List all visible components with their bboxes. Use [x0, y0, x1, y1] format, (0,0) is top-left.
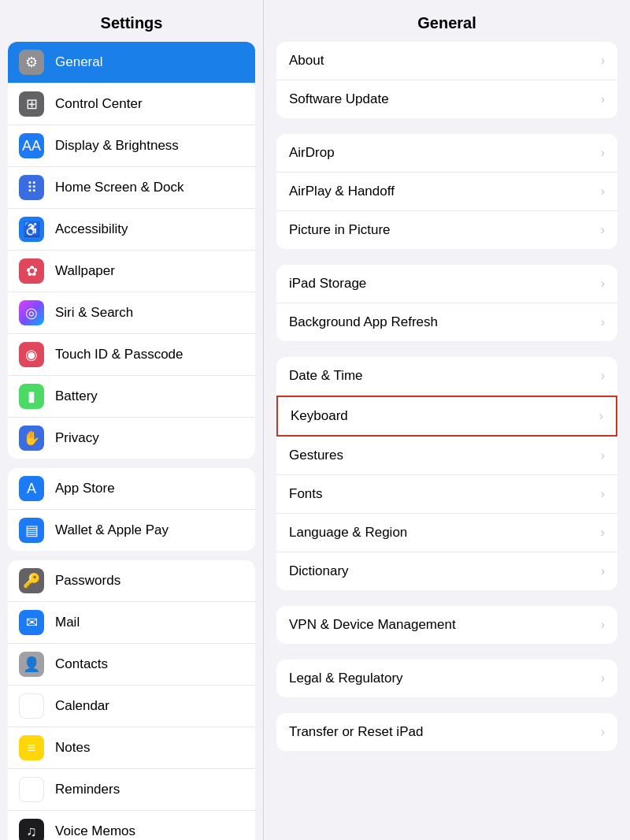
sidebar-item-passwords[interactable]: 🔑Passwords	[8, 560, 255, 602]
sidebar-item-label-battery: Battery	[55, 388, 98, 404]
sidebar-item-voicememos[interactable]: ♫Voice Memos	[8, 811, 255, 840]
chevron-icon-date-time: ›	[601, 369, 605, 383]
row-label-language-region: Language & Region	[289, 525, 407, 541]
sidebar-group-0: ⚙General⊞Control CenterAADisplay & Brigh…	[8, 42, 255, 459]
chevron-icon-airdrop: ›	[601, 146, 605, 160]
sidebar-item-label-wallpaper: Wallpaper	[55, 263, 115, 279]
sidebar-item-reminders[interactable]: ○Reminders	[8, 769, 255, 811]
sidebar-item-label-reminders: Reminders	[55, 782, 120, 797]
sidebar-item-label-wallet: Wallet & Apple Pay	[55, 522, 169, 538]
general-icon: ⚙	[19, 50, 44, 75]
sidebar-item-privacy[interactable]: ✋Privacy	[8, 418, 255, 459]
sidebar-item-accessibility[interactable]: ♿Accessibility	[8, 209, 255, 251]
row-label-background-app-refresh: Background App Refresh	[289, 314, 438, 330]
row-label-airplay-handoff: AirPlay & Handoff	[289, 184, 395, 199]
row-label-legal: Legal & Regulatory	[289, 671, 403, 686]
voicememos-icon: ♫	[19, 819, 44, 840]
chevron-icon-software-update: ›	[601, 92, 605, 106]
contacts-icon: 👤	[19, 652, 44, 677]
row-label-fonts: Fonts	[289, 486, 323, 502]
sidebar-item-label-siri: Siri & Search	[55, 305, 133, 321]
sidebar-item-contacts[interactable]: 👤Contacts	[8, 644, 255, 686]
chevron-icon-about: ›	[601, 54, 605, 68]
privacy-icon: ✋	[19, 426, 44, 451]
row-dictionary[interactable]: Dictionary›	[276, 552, 617, 590]
sidebar-item-touchid[interactable]: ◉Touch ID & Passcode	[8, 334, 255, 376]
sidebar-item-label-accessibility: Accessibility	[55, 221, 128, 237]
sidebar: Settings ⚙General⊞Control CenterAADispla…	[0, 0, 264, 840]
sidebar-group-2: 🔑Passwords✉Mail👤Contacts31Calendar≡Notes…	[8, 560, 255, 840]
row-ipad-storage[interactable]: iPad Storage›	[276, 265, 617, 303]
sidebar-item-label-display: Display & Brightness	[55, 138, 179, 154]
row-about[interactable]: About›	[276, 42, 617, 80]
row-vpn[interactable]: VPN & Device Management›	[276, 606, 617, 644]
chevron-icon-background-app-refresh: ›	[601, 315, 605, 329]
row-label-keyboard: Keyboard	[291, 408, 348, 424]
chevron-icon-gestures: ›	[601, 448, 605, 463]
section-group-section5: VPN & Device Management›	[276, 606, 617, 644]
section-group-section1: About›Software Update›	[276, 42, 617, 118]
sidebar-item-label-calendar: Calendar	[55, 698, 109, 714]
chevron-icon-transfer-reset: ›	[601, 725, 605, 739]
row-airdrop[interactable]: AirDrop›	[276, 134, 617, 173]
wallpaper-icon: ✿	[19, 258, 44, 284]
sidebar-item-label-appstore: App Store	[55, 481, 115, 496]
row-label-dictionary: Dictionary	[289, 563, 349, 579]
sidebar-item-label-notes: Notes	[55, 740, 90, 756]
siri-icon: ◎	[19, 300, 44, 325]
sidebar-item-home-screen[interactable]: ⠿Home Screen & Dock	[8, 167, 255, 209]
passwords-icon: 🔑	[19, 568, 44, 593]
row-airplay-handoff[interactable]: AirPlay & Handoff›	[276, 173, 617, 211]
home-screen-icon: ⠿	[19, 175, 44, 200]
battery-icon: ▮	[19, 384, 44, 409]
sidebar-item-calendar[interactable]: 31Calendar	[8, 686, 255, 727]
chevron-icon-ipad-storage: ›	[601, 277, 605, 291]
main-list: About›Software Update›AirDrop›AirPlay & …	[264, 42, 630, 840]
row-date-time[interactable]: Date & Time›	[276, 357, 617, 396]
sidebar-item-wallpaper[interactable]: ✿Wallpaper	[8, 251, 255, 292]
row-label-picture-in-picture: Picture in Picture	[289, 222, 391, 238]
main-title: General	[264, 0, 630, 42]
accessibility-icon: ♿	[19, 217, 44, 242]
sidebar-item-appstore[interactable]: AApp Store	[8, 468, 255, 510]
row-label-software-update: Software Update	[289, 91, 389, 107]
main-content: General About›Software Update›AirDrop›Ai…	[264, 0, 630, 840]
sidebar-item-general[interactable]: ⚙General	[8, 42, 255, 84]
sidebar-item-notes[interactable]: ≡Notes	[8, 727, 255, 769]
sidebar-title: Settings	[0, 0, 263, 42]
chevron-icon-airplay-handoff: ›	[601, 184, 605, 199]
mail-icon: ✉	[19, 610, 44, 635]
row-fonts[interactable]: Fonts›	[276, 475, 617, 514]
chevron-icon-vpn: ›	[601, 618, 605, 632]
row-label-ipad-storage: iPad Storage	[289, 276, 366, 292]
row-keyboard[interactable]: Keyboard›	[276, 396, 617, 437]
row-language-region[interactable]: Language & Region›	[276, 514, 617, 552]
row-picture-in-picture[interactable]: Picture in Picture›	[276, 211, 617, 249]
sidebar-item-label-mail: Mail	[55, 615, 80, 630]
sidebar-item-label-passwords: Passwords	[55, 573, 120, 589]
row-software-update[interactable]: Software Update›	[276, 80, 617, 118]
row-background-app-refresh[interactable]: Background App Refresh›	[276, 303, 617, 341]
row-label-about: About	[289, 53, 324, 69]
sidebar-item-display[interactable]: AADisplay & Brightness	[8, 125, 255, 167]
sidebar-item-control-center[interactable]: ⊞Control Center	[8, 84, 255, 125]
sidebar-item-label-home-screen: Home Screen & Dock	[55, 180, 183, 195]
sidebar-item-mail[interactable]: ✉Mail	[8, 602, 255, 644]
section-group-section6: Legal & Regulatory›	[276, 660, 617, 697]
sidebar-item-battery[interactable]: ▮Battery	[8, 376, 255, 418]
row-gestures[interactable]: Gestures›	[276, 437, 617, 475]
appstore-icon: A	[19, 476, 44, 501]
row-transfer-reset[interactable]: Transfer or Reset iPad›	[276, 713, 617, 751]
sidebar-item-label-contacts: Contacts	[55, 656, 108, 672]
reminders-icon: ○	[19, 777, 44, 802]
control-center-icon: ⊞	[19, 91, 44, 117]
calendar-icon: 31	[19, 693, 44, 719]
sidebar-item-wallet[interactable]: ▤Wallet & Apple Pay	[8, 510, 255, 551]
row-label-airdrop: AirDrop	[289, 145, 335, 161]
row-legal[interactable]: Legal & Regulatory›	[276, 660, 617, 697]
chevron-icon-legal: ›	[601, 671, 605, 686]
sidebar-item-label-touchid: Touch ID & Passcode	[55, 347, 183, 362]
sidebar-item-siri[interactable]: ◎Siri & Search	[8, 292, 255, 334]
section-group-section4: Date & Time›Keyboard›Gestures›Fonts›Lang…	[276, 357, 617, 590]
section-group-section2: AirDrop›AirPlay & Handoff›Picture in Pic…	[276, 134, 617, 249]
